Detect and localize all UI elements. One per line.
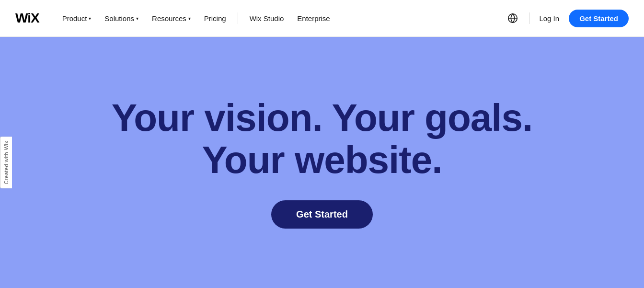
- nav-label-resources: Resources: [152, 14, 186, 23]
- wix-logo[interactable]: WiX: [15, 11, 39, 26]
- hero-get-started-button[interactable]: Get Started: [271, 200, 373, 229]
- nav-item-product[interactable]: Product ▾: [57, 11, 97, 26]
- nav-item-enterprise[interactable]: Enterprise: [291, 11, 335, 26]
- nav-item-wix-studio[interactable]: Wix Studio: [244, 11, 290, 26]
- created-with-wix-badge: Created with Wix: [0, 136, 12, 188]
- chevron-down-icon: ▾: [89, 16, 91, 21]
- navbar-right-divider: [529, 12, 529, 24]
- nav-item-solutions[interactable]: Solutions ▾: [99, 11, 144, 26]
- hero-headline-line1: Your vision. Your goals.: [112, 96, 532, 139]
- logo-text: WiX: [15, 11, 39, 26]
- nav-label-solutions: Solutions: [104, 14, 134, 23]
- nav-label-pricing: Pricing: [204, 14, 226, 23]
- get-started-button-nav[interactable]: Get Started: [569, 10, 629, 27]
- chevron-down-icon: ▾: [136, 16, 138, 21]
- nav-menu: Product ▾ Solutions ▾ Resources ▾ Pricin…: [57, 11, 505, 26]
- nav-item-pricing[interactable]: Pricing: [198, 11, 232, 26]
- login-button[interactable]: Log In: [537, 11, 561, 26]
- hero-headline-line2: Your website.: [202, 138, 442, 181]
- nav-label-enterprise: Enterprise: [297, 14, 330, 23]
- nav-label-product: Product: [62, 14, 87, 23]
- nav-label-wix-studio: Wix Studio: [250, 14, 284, 23]
- chevron-down-icon: ▾: [188, 16, 191, 21]
- navbar: WiX Product ▾ Solutions ▾ Resources ▾ Pr…: [0, 0, 644, 37]
- nav-divider: [238, 12, 238, 24]
- language-selector[interactable]: [504, 10, 521, 27]
- nav-item-resources[interactable]: Resources ▾: [146, 11, 196, 26]
- globe-icon: [507, 13, 518, 23]
- hero-headline: Your vision. Your goals. Your website.: [112, 97, 532, 181]
- hero-section: Created with Wix Your vision. Your goals…: [0, 37, 644, 288]
- navbar-right: Log In Get Started: [504, 10, 629, 27]
